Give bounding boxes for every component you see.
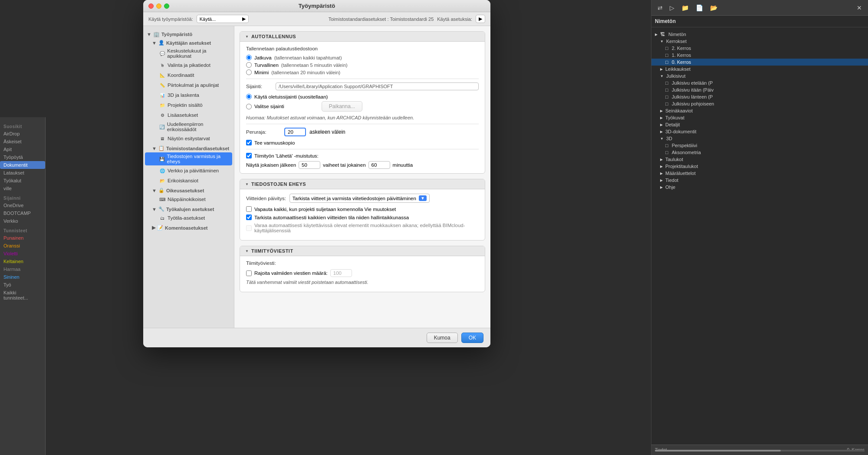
airdrop-item[interactable]: AirDrop — [0, 130, 45, 138]
vapauta-checkbox[interactable] — [246, 206, 252, 212]
tiimityo-checkbox[interactable] — [246, 153, 252, 158]
tree-tyokuvat[interactable]: ▶ Työkuvat — [651, 114, 868, 121]
right-toolbar-btn3[interactable]: 📁 — [679, 3, 691, 13]
close-button[interactable] — [148, 3, 154, 9]
sidebar-nayton[interactable]: 🖥 Näytön esitystarvat — [145, 134, 232, 143]
radio-turvallinen-desc: (tallennetaan 5 minuutin välein) — [281, 63, 348, 68]
dokumentit-item[interactable]: Dokumentit — [0, 161, 45, 169]
radio-minimi-input[interactable] — [246, 69, 252, 75]
sidebar-piirtokulmat[interactable]: 📏 Piirtokulmat ja apulinjat — [145, 80, 232, 90]
sidebar-uudelleen[interactable]: 🔄 Uudelleenpiirron erikoissäädöt — [145, 120, 232, 133]
radio-jatkuva-desc: (tallennetaan kaikki tapahtumat) — [274, 55, 342, 60]
onedrive-item[interactable]: OneDrive — [0, 201, 45, 209]
lataukset-item[interactable]: Lataukset — [0, 169, 45, 177]
violetti-item[interactable]: Violetti — [0, 250, 45, 257]
sidebar-valinta[interactable]: 🖱 Valinta ja pikatiedot — [145, 60, 232, 70]
sidebar-tyoymparisto[interactable]: ▼ 🏢 Työympäristö — [143, 30, 234, 38]
tree-kerrokset[interactable]: ▼ Kerrokset — [651, 38, 868, 45]
right-toolbar-btn4[interactable]: 📄 — [693, 3, 706, 13]
tiimityo-val2-input[interactable] — [368, 161, 390, 169]
verkko-item[interactable]: Verkko — [0, 217, 45, 225]
radio-turvallinen-input[interactable] — [246, 62, 252, 68]
tree-maarluet[interactable]: ▶ Määräluettelot — [651, 170, 868, 177]
right-close-btn[interactable]: ✕ — [854, 3, 865, 13]
tree-julk-lansi[interactable]: □ Julkisivu länteen (P — [651, 93, 868, 100]
autosave-title: AUTOTALLENNUS — [251, 34, 296, 39]
sidebar-keskustelu[interactable]: 💬 Keskustelukuut ja apuikkunat — [145, 47, 232, 60]
oranssi-item[interactable]: Oranssi — [0, 242, 45, 250]
sidebar-verkko[interactable]: 🌐 Verkko ja päivittäminen — [145, 166, 232, 175]
tree-taulukot[interactable]: ▶ Taulukot — [651, 156, 868, 163]
sininen-item[interactable]: Sininen — [0, 273, 45, 281]
tm-body: Tiimityöviesti: Rajoita valmiiden viesti… — [240, 256, 485, 292]
tree-0kerros[interactable]: □ 0. Kerros — [651, 59, 868, 66]
use-env-dropdown[interactable]: Käytä... ▶ — [197, 15, 249, 23]
sidebar-tyotilaset[interactable]: 🗂 Työtila-asetukset — [145, 213, 232, 223]
harmaa-item[interactable]: Harmaa — [0, 265, 45, 273]
tyokalut-item[interactable]: Työkalut — [0, 177, 45, 185]
ville-item[interactable]: ville — [0, 185, 45, 192]
right-toolbar-btn2[interactable]: ▷ — [667, 3, 677, 13]
keltainen-item[interactable]: Keltainen — [0, 257, 45, 265]
tree-leikkaukset[interactable]: ▶ Leikkaukset — [651, 66, 868, 73]
sidebar-tyokalujen[interactable]: ▼ 🔧 Työkalujen asetukset — [143, 204, 234, 213]
radio-jatkuva-input[interactable] — [246, 55, 252, 60]
tree-projektitaulukot[interactable]: ▶ Projektitaulukot — [651, 163, 868, 170]
fullscreen-button[interactable] — [164, 3, 169, 9]
tree-2kerros[interactable]: □ 2. Kerros — [651, 45, 868, 52]
tiimityo-val1-input[interactable] — [299, 161, 320, 169]
sidebar-3dlaskenta[interactable]: 📊 3D ja laskenta — [145, 90, 232, 100]
cancel-button[interactable]: Kumoa — [427, 333, 458, 343]
sidebar-komento[interactable]: ▶ 📝 Komentoasetukset — [143, 223, 234, 231]
tree-julkisivut[interactable]: ▼ Julkisivut — [651, 73, 868, 79]
right-toolbar-btn5[interactable]: 📂 — [707, 3, 720, 13]
bootcamp-item[interactable]: BOOTCAMP — [0, 209, 45, 217]
sidebar-kayttajan[interactable]: ▼ 👤 Käyttäjän asetukset — [143, 38, 234, 46]
tree-aksonometria[interactable]: □ Aksonometria — [651, 149, 868, 156]
autosave-header: ▼ AUTOTALLENNUS — [240, 32, 485, 42]
sidebar-erikoiskansiot[interactable]: 📂 Erikoiskansiot — [145, 176, 232, 185]
right-scrollbar[interactable] — [655, 450, 865, 452]
sidebar-koordinaatit[interactable]: 📐 Koordinaatit — [145, 70, 232, 80]
tiimityo-show-label: Näytä jokaisen jälkeen — [246, 162, 296, 168]
tree-perspektiivi[interactable]: □ Perspektiiivi — [651, 142, 868, 149]
sidebar-toimisto[interactable]: ▼ 📋 Toimistostandardiasetukset — [143, 144, 234, 152]
tree-3d[interactable]: ▼ 3D — [651, 135, 868, 142]
kaikki-tunnisteet-item[interactable]: Kaikki tunnisteet... — [0, 289, 45, 302]
sidebar-tiedostojen[interactable]: 💾 Tiedostojen varmistus ja eheys — [145, 152, 232, 165]
tree-nimetton[interactable]: ▶ 🏗 Nimetön — [651, 31, 868, 38]
askeiset-item[interactable]: Äskeiset — [0, 138, 45, 145]
tree-seinakat[interactable]: ▶ Seinäkaaviot — [651, 107, 868, 114]
ok-button[interactable]: OK — [461, 333, 483, 343]
varmuuskopio-checkbox[interactable] — [246, 140, 252, 145]
paikanna-button[interactable]: Paikanna... — [322, 101, 362, 112]
minimize-button[interactable] — [156, 3, 161, 9]
tree-3ddok[interactable]: ▶ 3D-dokumentit — [651, 128, 868, 135]
viitteet-dropdown[interactable]: Tarkista viitteet ja varmista viitetiedo… — [289, 194, 430, 203]
sidebar-lisaasetukset[interactable]: ⚙ Lisäasetukset — [145, 110, 232, 120]
tree-1kerros[interactable]: □ 1. Kerros — [651, 52, 868, 59]
apply-dropdown[interactable]: ▶ — [476, 15, 485, 23]
punainen-item[interactable]: Punainen — [0, 234, 45, 242]
sidebar-projektin[interactable]: 📁 Projektin sisältö — [145, 100, 232, 110]
radio-choose-loc-input[interactable] — [246, 104, 252, 109]
apit-item[interactable]: Apit — [0, 145, 45, 153]
tree-ohje[interactable]: ▶ Ohje — [651, 184, 868, 191]
autosave-body: Tallennetaan palautustiedostoon Jatkuva … — [240, 42, 485, 173]
varaa-label: Varaa automaattisesti käytettävissä olev… — [254, 223, 479, 233]
tree-tiedot[interactable]: ▶ Tiedot — [651, 177, 868, 184]
sidebar-oikeusasetukset[interactable]: ▼ 🔒 Oikeusasetukset — [143, 186, 234, 194]
tyopoyta-item[interactable]: Työpöytä — [0, 153, 45, 161]
tree-julk-etela[interactable]: □ Julkisivu etelään (P — [651, 79, 868, 86]
tree-detaljit[interactable]: ▶ Detaljit — [651, 121, 868, 128]
tree-julk-pohj[interactable]: □ Julkisivu pohjoiseen — [651, 100, 868, 107]
backup-value-input[interactable] — [284, 128, 306, 136]
radio-default-loc-input[interactable] — [246, 94, 252, 99]
location-path-input[interactable] — [276, 82, 479, 90]
tarkista-checkbox[interactable] — [246, 214, 252, 220]
sidebar-napit[interactable]: ⌨ Näppäinokikoiset — [145, 195, 232, 204]
tyo-item[interactable]: Työ — [0, 281, 45, 289]
tree-julk-ita[interactable]: □ Julkisivu itään (Päiv — [651, 86, 868, 93]
limit-checkbox[interactable] — [246, 270, 252, 276]
right-toolbar-btn1[interactable]: ⇄ — [655, 3, 665, 13]
